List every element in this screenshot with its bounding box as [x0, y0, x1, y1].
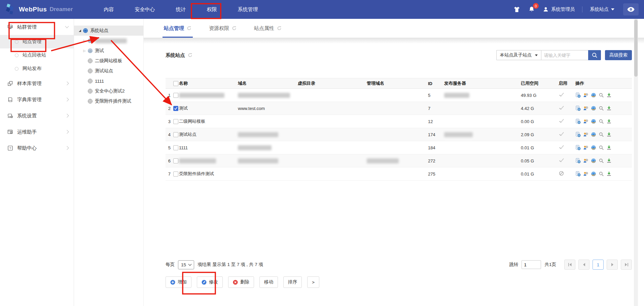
nav-item-1[interactable]: 安全中心 — [134, 4, 155, 15]
preview-globe-icon[interactable] — [591, 132, 596, 137]
sidebar-item-samples[interactable]: 样本库管理 — [0, 75, 74, 91]
move-button[interactable]: 移动 — [259, 276, 278, 288]
jump-page-input[interactable] — [522, 260, 541, 269]
tab-2[interactable]: 站点属性 — [254, 19, 282, 38]
tab-1[interactable]: 资源权限 — [209, 19, 237, 38]
select-all-checkbox[interactable] — [173, 81, 178, 86]
tree-item-5[interactable]: 1111 — [74, 76, 143, 86]
site-users-icon[interactable] — [583, 132, 588, 137]
tree-item-0[interactable]: 系统站点 — [74, 26, 143, 36]
search-scope-select[interactable]: 本站点及子站点 — [496, 50, 541, 60]
view-search-icon[interactable] — [599, 158, 604, 163]
preview-globe-icon[interactable] — [591, 145, 596, 150]
sidebar-item-ops[interactable]: 运维助手 — [0, 124, 74, 140]
sidebar-item-label: 字典库管理 — [17, 97, 66, 103]
next-page-button[interactable] — [607, 260, 618, 270]
enabled-check-icon — [559, 131, 575, 138]
nav-item-4[interactable]: 系统管理 — [237, 4, 258, 15]
sidebar-item-site-group[interactable]: 站群管理 — [0, 19, 74, 35]
nav-item-0[interactable]: 内容 — [103, 4, 114, 15]
copy-doc-icon[interactable] — [575, 92, 581, 98]
preview-globe-icon[interactable] — [591, 171, 596, 177]
refresh-icon[interactable] — [188, 53, 192, 58]
site-users-icon[interactable] — [583, 106, 588, 111]
row-checkbox[interactable] — [173, 171, 178, 177]
current-page-button[interactable]: 1 — [593, 260, 604, 270]
view-search-icon[interactable] — [599, 119, 604, 124]
row-checkbox[interactable] — [173, 93, 178, 98]
first-page-button[interactable] — [564, 260, 575, 270]
preview-globe-icon[interactable] — [591, 119, 596, 124]
view-search-icon[interactable] — [599, 92, 604, 98]
row-checkbox[interactable] — [173, 158, 178, 163]
tree-item-1[interactable]: ▷ — [74, 36, 143, 46]
preview-globe-icon[interactable] — [591, 106, 596, 111]
add-button[interactable]: 增加 — [166, 276, 191, 288]
copy-doc-icon[interactable] — [575, 132, 581, 137]
edit-circle-icon — [202, 280, 207, 285]
site-selector[interactable]: 系统站点 — [590, 6, 614, 12]
preview-globe-icon[interactable] — [591, 92, 596, 98]
copy-doc-icon[interactable] — [575, 106, 581, 111]
nav-item-3[interactable]: 权限 — [206, 4, 217, 15]
download-icon[interactable] — [606, 119, 612, 124]
tree-item-7[interactable]: 受限附件插件测试 — [74, 96, 143, 106]
site-users-icon[interactable] — [583, 171, 588, 177]
user-menu[interactable]: 系统管理员 — [543, 6, 575, 12]
download-icon[interactable] — [606, 132, 612, 137]
keyword-search-input[interactable] — [541, 50, 588, 60]
preview-globe-icon[interactable] — [591, 158, 596, 163]
edit-button[interactable]: 修改 — [197, 276, 223, 288]
copy-doc-icon[interactable] — [575, 171, 581, 177]
prev-page-button[interactable] — [578, 260, 589, 270]
sidebar-item-settings[interactable]: 系统设置 — [0, 108, 74, 124]
download-icon[interactable] — [606, 106, 612, 111]
notification-bell-icon[interactable]: 0 — [528, 6, 535, 13]
site-users-icon[interactable] — [583, 145, 588, 150]
tree-expander-collapsed-icon[interactable]: ▷ — [82, 39, 87, 42]
tab-0[interactable]: 站点管理 — [164, 19, 191, 38]
copy-doc-icon[interactable] — [575, 145, 581, 150]
sidebar-subitem-site-group-0[interactable]: 站点管理 — [0, 35, 74, 48]
copy-doc-icon[interactable] — [575, 119, 581, 124]
download-icon[interactable] — [606, 171, 612, 177]
tree-expander-expanded-icon[interactable] — [77, 30, 82, 32]
sort-button[interactable]: 排序 — [283, 276, 302, 288]
row-checkbox[interactable] — [173, 132, 178, 137]
sidebar-item-dictionary[interactable]: 字典库管理 — [0, 91, 74, 108]
last-page-button[interactable] — [621, 260, 632, 270]
site-users-icon[interactable] — [583, 158, 588, 163]
preview-eye-button[interactable] — [623, 3, 639, 15]
theme-icon[interactable] — [513, 6, 521, 13]
tree-expander-collapsed-icon[interactable]: ▷ — [82, 49, 87, 52]
view-search-icon[interactable] — [599, 132, 604, 137]
row-checkbox[interactable] — [173, 106, 178, 111]
view-search-icon[interactable] — [599, 145, 604, 150]
advanced-search-button[interactable]: 高级搜索 — [605, 50, 632, 60]
download-icon[interactable] — [606, 92, 612, 98]
page-scrollbar[interactable] — [634, 19, 638, 306]
download-icon[interactable] — [606, 158, 612, 163]
row-checkbox[interactable] — [173, 145, 178, 150]
download-icon[interactable] — [606, 145, 612, 150]
search-button[interactable] — [588, 50, 601, 60]
copy-doc-icon[interactable] — [575, 158, 581, 163]
site-users-icon[interactable] — [583, 92, 588, 98]
sidebar-subitem-site-group-2[interactable]: 网站发布 — [0, 62, 74, 75]
per-page-select[interactable]: 15 — [178, 260, 194, 269]
row-operations — [575, 106, 632, 111]
tree-item-3[interactable]: 二级网站模板 — [74, 56, 143, 66]
site-users-icon[interactable] — [583, 119, 588, 124]
view-search-icon[interactable] — [599, 171, 604, 177]
delete-button[interactable]: 删除 — [228, 276, 254, 288]
nav-item-2[interactable]: 统计 — [175, 4, 186, 15]
sidebar-subitem-site-group-1[interactable]: 站点回收站 — [0, 48, 74, 62]
tree-item-6[interactable]: 安全中心测试2 — [74, 86, 143, 96]
view-search-icon[interactable] — [599, 106, 604, 111]
row-checkbox[interactable] — [173, 119, 178, 124]
more-button[interactable]: > — [307, 276, 319, 288]
tree-item-4[interactable]: 测试站点 — [74, 66, 143, 76]
scrollbar-thumb[interactable] — [634, 20, 638, 77]
sidebar-item-help[interactable]: ?帮助中心 — [0, 140, 74, 156]
tree-item-2[interactable]: ▷测试 — [74, 46, 143, 56]
